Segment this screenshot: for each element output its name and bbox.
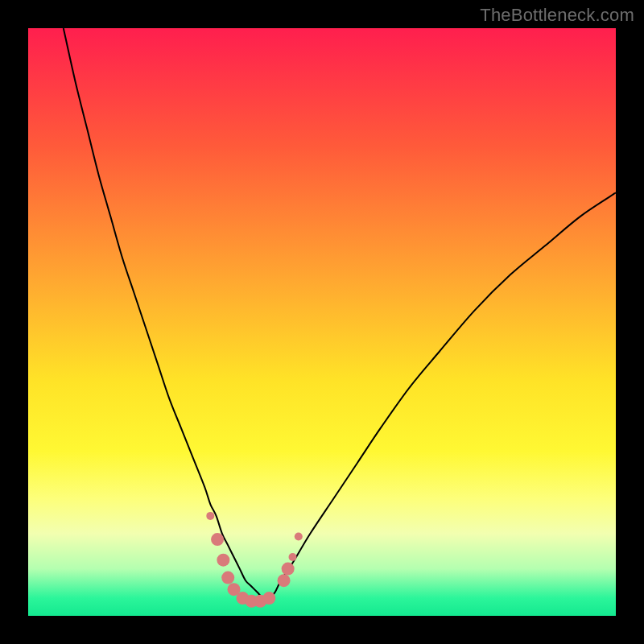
marker-point — [217, 554, 229, 567]
watermark-text: TheBottleneck.com — [480, 5, 634, 26]
marker-point — [289, 553, 297, 561]
marker-point — [221, 572, 234, 584]
marker-point — [278, 574, 291, 587]
marker-point — [206, 512, 214, 520]
marker-point — [211, 533, 224, 546]
chart-background — [28, 28, 616, 616]
chart-frame: TheBottleneck.com — [0, 0, 644, 644]
marker-point — [295, 532, 303, 540]
marker-point — [262, 592, 275, 605]
marker-point — [282, 563, 295, 576]
bottleneck-chart — [28, 28, 616, 616]
